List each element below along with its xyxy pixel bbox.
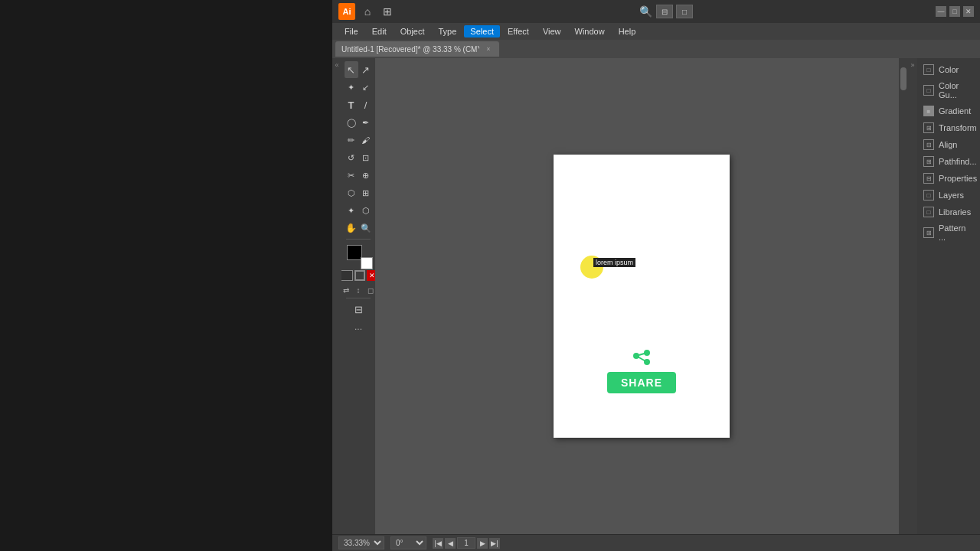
hand-tool[interactable]: ✋ (345, 220, 358, 236)
graph-tool[interactable]: ⬡ (345, 184, 358, 201)
single-view-icon[interactable]: □ (676, 5, 693, 18)
document-tab[interactable]: Untitled-1 [Recovered]* @ 33.33 % (CMYK/… (335, 41, 499, 57)
panel-item-transform[interactable]: ⊞ Transform (917, 119, 980, 136)
foreground-swatch[interactable] (347, 245, 362, 260)
panel-item-libraries[interactable]: □ Libraries (917, 204, 980, 220)
warp-tool[interactable]: ✦ (345, 79, 358, 96)
prev-page-button[interactable]: ◀ (445, 538, 456, 549)
tab-close-button[interactable]: × (484, 44, 493, 54)
art-style-icon[interactable]: ◻ (365, 285, 375, 295)
transform-group: ✦ ⬡ (345, 202, 373, 219)
rotation-select[interactable]: 0° 90° 180° 270° (390, 536, 426, 549)
free-transform-tool[interactable]: ↙ (359, 79, 373, 96)
canvas-area[interactable]: lorem ipsum SHARE (375, 58, 908, 534)
scissors-eye-group: ✂ ⊕ (345, 167, 373, 184)
more-tools-button[interactable]: ... (345, 318, 372, 335)
direct-select-tool[interactable]: ↗ (359, 61, 373, 78)
search-icon[interactable]: 🔍 (638, 4, 653, 19)
pattern-panel-icon: ⊞ (923, 227, 934, 238)
vertical-scrollbar[interactable] (899, 58, 908, 534)
menu-select[interactable]: Select (464, 25, 500, 37)
panel-label-color-guide: Color Gu... (939, 81, 974, 99)
menu-help[interactable]: Help (612, 25, 642, 37)
brush-tool[interactable]: 🖌 (359, 132, 373, 148)
pen-tool[interactable]: ✒ (359, 114, 373, 131)
panel-label-transform: Transform (939, 123, 977, 132)
collapse-right-button[interactable]: » (908, 58, 917, 534)
right-panel-container: » □ Color □ Color Gu... ■ Gradient ⊞ Tra… (908, 58, 980, 534)
eyedropper-tool[interactable]: ⊕ (359, 167, 373, 184)
fill-indicator[interactable] (341, 270, 353, 281)
menu-effect[interactable]: Effect (501, 25, 535, 37)
select-tool[interactable]: ↖ (345, 61, 358, 78)
grid-icon[interactable]: ⊞ (380, 4, 395, 19)
line-tool[interactable]: / (359, 96, 373, 113)
artboard-container: lorem ipsum SHARE (375, 58, 908, 534)
rotation-control: 0° 90° 180° 270° (390, 536, 426, 549)
panel-item-gradient[interactable]: ■ Gradient (917, 103, 980, 119)
reflect-tool[interactable]: ⊡ (359, 149, 373, 166)
panel-item-align[interactable]: ⊟ Align (917, 136, 980, 153)
close-button[interactable]: ✕ (963, 6, 974, 17)
menu-edit[interactable]: Edit (366, 25, 393, 37)
transform-panel-icon: ⊞ (923, 122, 934, 133)
hand-zoom-group: ✋ 🔍 (345, 220, 373, 236)
panel-label-color: Color (939, 65, 959, 74)
ellipse-tool[interactable]: ◯ (345, 114, 358, 131)
panel-item-color-guide[interactable]: □ Color Gu... (917, 78, 980, 103)
multi-view-icon[interactable]: ⊟ (656, 5, 673, 18)
fill-stroke-row: ✕ (341, 270, 375, 281)
panel-item-pattern[interactable]: ⊞ Pattern ... (917, 220, 980, 245)
scroll-thumb-vertical[interactable] (900, 67, 906, 90)
page-input[interactable]: 1 (457, 537, 475, 549)
artboard: lorem ipsum SHARE (554, 155, 730, 438)
zoom-select[interactable]: 33.33% 50% 66.67% 100% (338, 536, 384, 549)
minimize-button[interactable]: — (936, 6, 946, 17)
panel-label-pattern: Pattern ... (939, 223, 974, 242)
menu-object[interactable]: Object (394, 25, 431, 37)
text-label-tooltip: lorem ipsum (593, 258, 635, 267)
stroke-indicator[interactable] (354, 270, 365, 281)
menu-window[interactable]: Window (569, 25, 611, 37)
shape-pen-group: ◯ ✒ (345, 114, 373, 131)
panel-item-properties[interactable]: ⊟ Properties (917, 170, 980, 187)
pencil-tool[interactable]: ✏ (345, 132, 358, 148)
home-icon[interactable]: ⌂ (360, 4, 375, 19)
panel-item-layers[interactable]: □ Layers (917, 187, 980, 204)
title-bar: Ai ⌂ ⊞ 🔍 ⊟ □ — □ ✕ (332, 0, 980, 23)
panel-item-color[interactable]: □ Color (917, 61, 980, 78)
collapse-left-button[interactable]: « (332, 58, 341, 534)
maximize-button[interactable]: □ (949, 6, 960, 17)
title-bar-left: Ai ⌂ ⊞ (338, 3, 395, 20)
last-page-button[interactable]: ▶| (489, 538, 500, 549)
share-button[interactable]: SHARE (607, 350, 676, 393)
ai-logo: Ai (338, 3, 355, 20)
scissors-tool[interactable]: ✂ (345, 167, 358, 184)
properties-panel-icon: ⊟ (923, 173, 934, 184)
color-swatches[interactable] (347, 245, 370, 266)
background-swatch[interactable] (361, 257, 373, 269)
none-indicator[interactable]: ✕ (367, 270, 375, 281)
view-controls: 🔍 ⊟ □ (638, 4, 693, 19)
panel-item-pathfinder[interactable]: ⊞ Pathfind... (917, 153, 980, 170)
main-content: « ↖ ↗ ✦ ↙ T / ◯ ✒ (332, 58, 980, 534)
mesh-tool[interactable]: ⊞ (359, 184, 373, 201)
zoom-tool[interactable]: 🔍 (359, 220, 373, 236)
first-page-button[interactable]: |◀ (433, 538, 443, 549)
page-navigation: |◀ ◀ 1 ▶ ▶| (433, 537, 500, 549)
artboard-tool[interactable]: ⊟ (345, 301, 372, 318)
tool-separator (346, 239, 371, 240)
menu-file[interactable]: File (338, 25, 364, 37)
pencil-brush-group: ✏ 🖌 (345, 132, 373, 148)
rotate-tool[interactable]: ↺ (345, 149, 358, 166)
swap-colors-icon[interactable]: ↕ (353, 285, 364, 295)
menu-view[interactable]: View (537, 25, 567, 37)
reset-colors-icon[interactable]: ⇄ (341, 285, 351, 295)
shape-builder-tool[interactable]: ✦ (345, 202, 358, 219)
menu-type[interactable]: Type (433, 25, 463, 37)
type-tool[interactable]: T (345, 96, 358, 113)
panel-label-align: Align (939, 140, 957, 149)
next-page-button[interactable]: ▶ (477, 538, 488, 549)
live-paint-tool[interactable]: ⬡ (359, 202, 373, 219)
tool-separator-2 (346, 298, 371, 298)
